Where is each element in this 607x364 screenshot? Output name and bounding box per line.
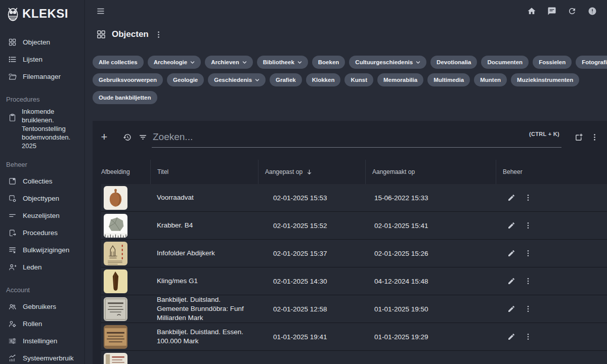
- sidebar-item-gebruikers[interactable]: Gebruikers: [0, 298, 84, 315]
- filter-chip-multimedia[interactable]: Multimedia: [427, 73, 470, 86]
- filter-chip-geschiedenis[interactable]: Geschiedenis: [208, 73, 266, 86]
- clipboard-icon: [8, 113, 17, 122]
- chip-row: Oude bankbiljetten: [93, 91, 607, 104]
- cell-modified: 02-01-2025 15:53: [258, 194, 365, 202]
- edit-button[interactable]: [507, 221, 515, 230]
- row-actions: [496, 194, 607, 202]
- pencil-icon: [507, 305, 515, 313]
- chip-row: Alle collecties Archeologie Archieven Bi…: [93, 56, 607, 69]
- table-row[interactable]: Bankbiljet. Duistland. Essen. 100.000 Ma…: [101, 323, 607, 351]
- edit-button[interactable]: [507, 277, 515, 285]
- filter-chip-kunst[interactable]: Kunst: [344, 73, 373, 86]
- filter-chip-geologie[interactable]: Geologie: [167, 73, 204, 86]
- table-row[interactable]: Bankbiljet. Duitsland. Gemeente Brunndöb…: [101, 295, 607, 323]
- row-menu-button[interactable]: [524, 277, 532, 285]
- sidebar-item-objecten[interactable]: Objecten: [0, 33, 84, 51]
- search-menu-button[interactable]: [590, 133, 599, 142]
- refresh-button[interactable]: [568, 7, 577, 16]
- row-menu-button[interactable]: [524, 249, 532, 257]
- edit-button[interactable]: [507, 194, 515, 202]
- sidebar-item-bulkwijzigingen[interactable]: Bulkwijzigingen: [0, 241, 84, 258]
- column-header-aangepast-op[interactable]: Aangepast op: [258, 160, 365, 184]
- filter-chip-klokken[interactable]: Klokken: [306, 73, 341, 86]
- object-thumbnail-leaflet[interactable]: [104, 242, 127, 265]
- kebab-icon: [524, 277, 532, 285]
- filter-chip-cultuurgeschiedenis[interactable]: Cultuurgeschiedenis: [349, 56, 426, 69]
- object-thumbnail-banknote-partial[interactable]: [104, 353, 127, 364]
- brand-logo[interactable]: KLEKSI: [0, 5, 84, 21]
- pencil-icon: [507, 221, 515, 230]
- row-menu-button[interactable]: [524, 194, 532, 202]
- kebab-icon: [524, 194, 532, 202]
- sidebar-item-systeemverbruik[interactable]: Systeemverbruik: [0, 349, 84, 364]
- add-object-button[interactable]: +: [93, 130, 116, 144]
- search-field: (CTRL + K): [152, 126, 561, 148]
- messages-button[interactable]: [547, 7, 556, 16]
- chip-row: Gebruiksvoorwerpen Geologie Geschiedenis…: [93, 73, 607, 86]
- cell-title: Bankbiljet. Duitsland. Gemeente Brunndöb…: [150, 295, 258, 323]
- hamburger-icon: [96, 7, 105, 16]
- filter-chip-boeken[interactable]: Boeken: [312, 56, 345, 69]
- filter-button[interactable]: [139, 133, 147, 142]
- sidebar-item-objecttypen[interactable]: Objecttypen: [0, 190, 84, 207]
- filter-chip-muziekinstrumenten[interactable]: Muziekinstrumenten: [511, 73, 579, 86]
- filter-chip-bibliotheek[interactable]: Bibliotheek: [257, 56, 308, 69]
- edit-button[interactable]: [507, 249, 515, 257]
- filter-chip-memorabilia[interactable]: Memorabilia: [377, 73, 423, 86]
- object-thumbnail-banknote-brown[interactable]: [104, 325, 127, 349]
- home-button[interactable]: [527, 7, 536, 16]
- table-row[interactable]: Infofolder Abdijkerk 02-01-2025 15:37 02…: [101, 240, 607, 267]
- object-thumbnail-stone[interactable]: [104, 214, 127, 238]
- filter-chip-munten[interactable]: Munten: [474, 73, 507, 86]
- kebab-icon: [524, 305, 532, 313]
- cell-created: 01-01-2025 19:50: [365, 305, 496, 313]
- kebab-icon: [524, 333, 532, 341]
- column-header-afbeelding[interactable]: Afbeelding: [93, 160, 150, 184]
- object-thumbnail-blade[interactable]: [104, 269, 127, 293]
- sidebar-item-rollen[interactable]: Rollen: [0, 315, 84, 332]
- search-history-button[interactable]: [123, 133, 132, 142]
- filter-chip-archeologie[interactable]: Archeologie: [148, 56, 201, 69]
- users-icon: [8, 302, 17, 311]
- object-thumbnail-banknote-gray[interactable]: [104, 297, 127, 321]
- row-menu-button[interactable]: [524, 221, 532, 230]
- table-row[interactable]: Kling/mes G1 02-01-2025 14:30 04-12-2024…: [101, 267, 607, 295]
- filter-chip-gebruiksvoorwerpen[interactable]: Gebruiksvoorwerpen: [93, 73, 163, 86]
- table-row[interactable]: Krabber. B4 02-01-2025 15:52 02-01-2025 …: [101, 212, 607, 240]
- edit-button[interactable]: [507, 305, 515, 313]
- sidebar-item-filemanager[interactable]: Filemanager: [0, 68, 84, 85]
- filter-chip-archieven[interactable]: Archieven: [205, 56, 253, 69]
- add-to-list-button[interactable]: [575, 133, 583, 142]
- sidebar-item-procedure[interactable]: Inkomende bruiklenen. Tentoonstelling bo…: [0, 107, 84, 150]
- filter-chip-documenten[interactable]: Documenten: [481, 56, 529, 69]
- grid-icon: [8, 38, 17, 47]
- search-input[interactable]: [152, 131, 561, 143]
- sidebar-item-leden[interactable]: Leden: [0, 258, 84, 276]
- chevron-down-icon: [190, 60, 195, 65]
- sidebar-item-lijsten[interactable]: Lijsten: [0, 51, 84, 68]
- filter-chip-grafiek[interactable]: Grafiek: [270, 73, 302, 86]
- row-menu-button[interactable]: [524, 333, 532, 341]
- sidebar-item-keuzelijsten[interactable]: Keuzelijsten: [0, 207, 84, 224]
- sidebar-item-instellingen[interactable]: Instellingen: [0, 332, 84, 349]
- object-thumbnail-clay-pot[interactable]: [104, 186, 127, 210]
- edit-button[interactable]: [507, 333, 515, 341]
- filter-chip-fossielen[interactable]: Fossielen: [533, 56, 572, 69]
- filter-chip-oude-bankbiljetten[interactable]: Oude bankbiljetten: [93, 91, 157, 104]
- column-header-aangemaakt-op[interactable]: Aangemaakt op: [365, 160, 496, 184]
- filter-chip-devotionalia[interactable]: Devotionalia: [430, 56, 477, 69]
- sidebar-item-collecties[interactable]: Collecties: [0, 172, 84, 190]
- page-menu-button[interactable]: [154, 30, 163, 39]
- row-menu-button[interactable]: [524, 305, 532, 313]
- topbar: [85, 0, 607, 22]
- table-row[interactable]: Voorraadvat 02-01-2025 15:53 15-06-2022 …: [101, 184, 607, 212]
- sidebar-item-label: Lijsten: [23, 56, 42, 63]
- column-header-titel[interactable]: Titel: [150, 160, 258, 184]
- chevron-down-icon: [242, 60, 247, 65]
- filter-chip-alle-collecties[interactable]: Alle collecties: [93, 56, 144, 69]
- menu-button[interactable]: [96, 7, 105, 16]
- sidebar-item-procedures[interactable]: Procedures: [0, 224, 84, 241]
- alerts-button[interactable]: [588, 7, 597, 16]
- table-row[interactable]: [101, 351, 607, 364]
- filter-chip-fotografie[interactable]: Fotografie: [576, 56, 607, 69]
